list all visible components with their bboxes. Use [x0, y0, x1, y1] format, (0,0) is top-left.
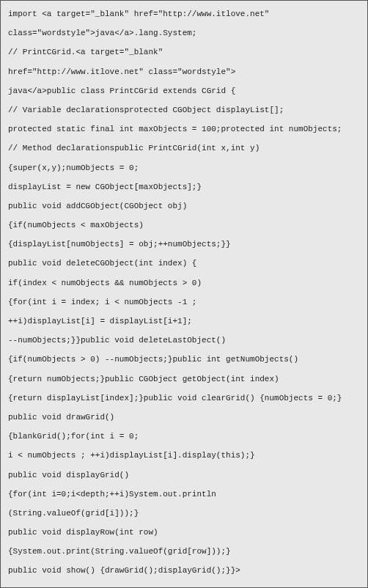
code-line: public void displayGrid() — [8, 471, 361, 480]
code-line: // PrintCGrid.<a target="_blank" — [8, 48, 361, 57]
code-line: // Method declarationspublic PrintCGrid(… — [8, 144, 361, 153]
code-line: {return numObjects;}public CGObject getO… — [8, 375, 361, 384]
code-line: --numObjects;}}public void deleteLastObj… — [8, 336, 361, 345]
code-line: {for(int i = index; i < numObjects -1 ; — [8, 298, 361, 307]
code-line: ++i)displayList[i] = displayList[i+1]; — [8, 317, 361, 326]
code-line: {System.out.print(String.valueOf(grid[ro… — [8, 547, 361, 556]
code-line: displayList = new CGObject[maxObjects];} — [8, 183, 361, 192]
code-line: i < numObjects ; ++i)displayList[i].disp… — [8, 451, 361, 460]
code-block: import <a target="_blank" href="http://w… — [0, 0, 368, 588]
code-line: {if(numObjects > 0) --numObjects;}public… — [8, 355, 361, 364]
code-line: {return displayList[index];}public void … — [8, 394, 361, 403]
code-line: public void show() {drawGrid();displayGr… — [8, 566, 361, 576]
code-line: public void drawGrid() — [8, 413, 361, 422]
code-line: import <a target="_blank" href="http://w… — [8, 10, 361, 19]
code-line: if(index < numObjects && numObjects > 0) — [8, 279, 361, 288]
code-line: {super(x,y);numObjects = 0; — [8, 163, 361, 173]
code-line: (String.valueOf(grid[i]));} — [8, 509, 361, 518]
code-line: public void addCGObject(CGObject obj) — [8, 202, 361, 211]
code-line: public void displayRow(int row) — [8, 528, 361, 537]
code-line: public void deleteCGObject(int index) { — [8, 259, 361, 268]
code-line: {blankGrid();for(int i = 0; — [8, 432, 361, 441]
code-line: href="http://www.itlove.net" class="word… — [8, 67, 361, 77]
code-line: {if(numObjects < maxObjects) — [8, 221, 361, 230]
code-line: // Variable declarationsprotected CGObje… — [8, 106, 361, 115]
code-line: java</a>public class PrintCGrid extends … — [8, 87, 361, 96]
code-line: {displayList[numObjects] = obj;++numObje… — [8, 240, 361, 249]
code-line: class="wordstyle">java</a>.lang.System; — [8, 29, 361, 38]
code-line: protected static final int maxObjects = … — [8, 125, 361, 134]
code-line: {for(int i=0;i<depth;++i)System.out.prin… — [8, 490, 361, 499]
